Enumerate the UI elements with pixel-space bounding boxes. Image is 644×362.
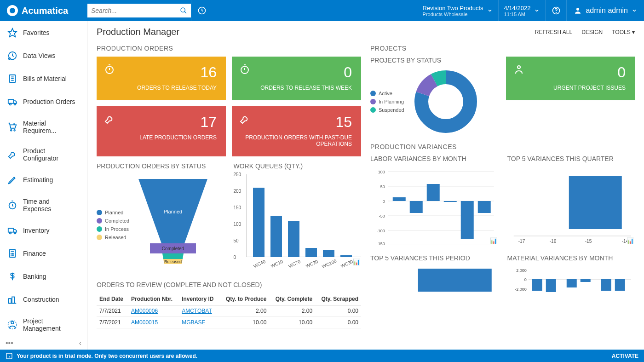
activate-button[interactable]: ACTIVATE	[612, 353, 638, 359]
brand-logo[interactable]: Acumatica	[0, 5, 87, 16]
svg-text:-17: -17	[518, 239, 525, 244]
kpi-late-orders[interactable]: 17 LATE PRODUCTION ORDERS	[97, 106, 226, 156]
inventory-id-link[interactable]: MGBASE	[182, 319, 205, 326]
user-menu[interactable]: admin admin	[566, 0, 644, 21]
kpi-release-today[interactable]: 16 ORDERS TO RELEASE TODAY	[97, 57, 226, 100]
svg-text:Planned: Planned	[164, 209, 182, 214]
table-header[interactable]: Production Nbr.	[128, 293, 179, 305]
table-row[interactable]: 7/7/2021AM000006AMCTOBAT2.002.000.00	[97, 305, 361, 317]
kpi-value: 16	[106, 64, 217, 81]
truck-icon	[7, 97, 17, 107]
help-button[interactable]	[545, 0, 566, 21]
kpi-label: ORDERS TO RELEASE TODAY	[106, 85, 217, 91]
search-button[interactable]	[180, 7, 187, 14]
history-icon	[197, 6, 207, 15]
table-header[interactable]: Qty. Complete	[269, 293, 315, 305]
svg-rect-32	[9, 299, 12, 303]
svg-marker-6	[8, 29, 17, 37]
person-icon	[7, 320, 17, 330]
sidebar-item-label: Banking	[23, 273, 46, 280]
kpi-release-week[interactable]: 0 ORDERS TO RELEASE THIS WEEK	[232, 57, 361, 100]
sidebar: FavoritesData ViewsBills of MaterialProd…	[0, 21, 87, 350]
material-variances-chart[interactable]: 2,000 0 -2,000	[507, 266, 635, 294]
sidebar-item-construction[interactable]: Construction	[0, 288, 87, 311]
kpi-label: ORDERS TO RELEASE THIS WEEK	[241, 85, 352, 91]
sidebar-item-time-and-expenses[interactable]: Time and Expenses	[0, 191, 87, 219]
info-icon	[6, 352, 13, 360]
production-nbr-link[interactable]: AM000006	[131, 308, 158, 314]
chart-config-icon[interactable]: 📊	[353, 259, 360, 265]
inventory-id-link[interactable]: AMCTOBAT	[182, 308, 212, 314]
history-button[interactable]	[191, 0, 212, 21]
svg-rect-67	[461, 201, 474, 239]
sidebar-item-data-views[interactable]: Data Views	[0, 44, 87, 67]
table-row[interactable]: 7/7/2021AM000015MGBASE10.0010.000.00	[97, 317, 361, 328]
sidebar-item-label: Estimating	[23, 176, 53, 184]
wrench-icon	[104, 114, 115, 125]
svg-rect-33	[12, 297, 15, 304]
brand-name: Acumatica	[22, 6, 68, 16]
search-wrap[interactable]	[87, 4, 191, 17]
production-nbr-link[interactable]: AM000015	[131, 319, 158, 326]
refresh-all-button[interactable]: REFRESH ALL	[535, 29, 572, 35]
tenant-selector[interactable]: Revision Two Products Products Wholesale	[417, 0, 498, 21]
date-label: 4/14/2022	[504, 5, 531, 11]
svg-point-26	[11, 253, 12, 254]
sidebar-item-label: Production Orders	[23, 98, 75, 105]
svg-rect-21	[8, 228, 14, 232]
chart-title-work-queues: WORK QUEUES (QTY.)	[234, 162, 362, 170]
design-button[interactable]: DESIGN	[581, 29, 603, 35]
kpi-past-due[interactable]: 15 PRODUCTION ORDERS WITH PAST-DUE OPERA…	[232, 106, 361, 156]
help-icon	[552, 6, 561, 15]
sidebar-item-label: Time and Expenses	[23, 198, 80, 213]
sidebar-item-favorites[interactable]: Favorites	[0, 21, 87, 44]
table-header[interactable]: End Date	[97, 293, 128, 305]
svg-text:-16: -16	[549, 239, 556, 244]
chart-config-icon[interactable]: 📊	[490, 237, 497, 244]
sidebar-item-production-orders[interactable]: Production Orders	[0, 90, 87, 113]
sidebar-item-material-requirem-[interactable]: Material Requirem...	[0, 113, 87, 141]
more-icon[interactable]: •••	[6, 339, 13, 347]
svg-rect-68	[478, 201, 491, 213]
sidebar-item-label: Material Requirem...	[23, 120, 80, 134]
projects-donut-chart[interactable]: Active In Planning Suspended	[370, 69, 497, 134]
sidebar-item-finance[interactable]: Finance	[0, 242, 87, 265]
tools-menu[interactable]: TOOLS ▾	[612, 29, 635, 35]
search-icon	[180, 7, 187, 14]
funnel-chart[interactable]: Planned Completed In Process Released Pl…	[97, 174, 224, 276]
search-input[interactable]	[91, 7, 180, 14]
svg-text:-150: -150	[377, 241, 385, 245]
svg-point-23	[14, 232, 16, 234]
truck-icon	[7, 225, 17, 236]
sidebar-item-banking[interactable]: Banking	[0, 265, 87, 288]
svg-point-15	[14, 103, 16, 105]
table-header[interactable]: Qty. to Produce	[219, 293, 269, 305]
sidebar-item-project-management[interactable]: Project Management	[0, 311, 87, 339]
clock-icon	[7, 200, 17, 210]
top5-quarter-chart[interactable]: -17 -16 -15 -14 📊	[507, 167, 635, 245]
svg-text:-15: -15	[585, 239, 592, 244]
work-queues-chart[interactable]: 050100150200250WC40WC10WC70WC20WC100WC30…	[234, 174, 362, 266]
sidebar-item-inventory[interactable]: Inventory	[0, 219, 87, 242]
sidebar-item-product-configurator[interactable]: Product Configurator	[0, 141, 87, 168]
sidebar-item-label: Bills of Material	[23, 75, 67, 82]
sidebar-item-estimating[interactable]: Estimating	[0, 168, 87, 191]
section-variances: PRODUCTION VARIANCES	[370, 143, 635, 150]
svg-rect-75	[418, 269, 492, 292]
sidebar-item-bills-of-material[interactable]: Bills of Material	[0, 67, 87, 90]
orders-review-table: End DateProduction Nbr.Inventory IDQty. …	[97, 293, 361, 328]
svg-point-16	[11, 130, 12, 131]
collapse-sidebar-icon[interactable]: ‹	[79, 339, 81, 347]
top5-period-chart[interactable]	[370, 266, 498, 294]
svg-point-22	[10, 232, 12, 234]
table-header[interactable]: Inventory ID	[179, 293, 219, 305]
top5-period-title: TOP 5 VARIANCES THIS PERIOD	[370, 254, 498, 262]
svg-point-34	[11, 322, 14, 324]
chart-config-icon[interactable]: 📊	[627, 237, 634, 244]
material-var-title: MATERIAL VARIANCES BY MONTH	[507, 254, 635, 262]
labor-variances-chart[interactable]: 100 50 0 -50 -100 -150	[370, 167, 498, 245]
table-header[interactable]: Qty. Scrapped	[315, 293, 361, 305]
kpi-urgent-issues[interactable]: 0 URGENT PROJECT ISSUES	[506, 57, 635, 100]
datetime-selector[interactable]: 4/14/2022 11:15 AM	[498, 0, 546, 21]
svg-point-28	[13, 253, 14, 254]
